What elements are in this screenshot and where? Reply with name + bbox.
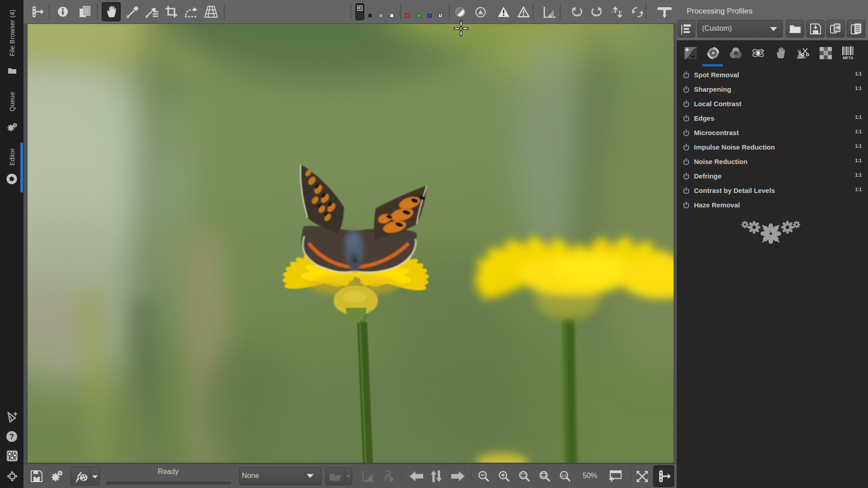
- svg-text:90°: 90°: [574, 13, 580, 17]
- svg-text:90°: 90°: [594, 13, 599, 17]
- svg-text:1:1: 1:1: [561, 474, 567, 478]
- svg-text:?: ?: [9, 432, 14, 441]
- svg-text:META: META: [843, 56, 853, 60]
